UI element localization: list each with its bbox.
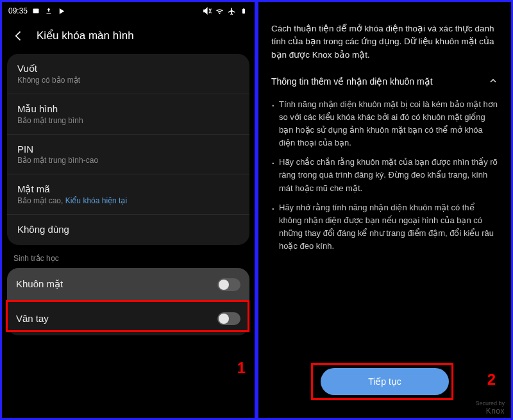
play-store-icon (57, 6, 66, 15)
intro-text: Cách thuận tiện để mở khóa điện thoại và… (271, 22, 498, 62)
lock-type-panel: Vuốt Không có bảo mật Mẫu hình Bảo mật t… (7, 54, 249, 245)
lock-option-pin[interactable]: PIN Bảo mật trung bình-cao (7, 135, 249, 174)
continue-wrap: Tiếp tục (258, 368, 511, 395)
option-title: Không dùng (17, 224, 239, 235)
step-number: 1 (237, 359, 246, 377)
wifi-icon (215, 6, 224, 15)
step-number: 2 (487, 371, 496, 389)
page-header: Kiểu khóa màn hình (2, 20, 255, 54)
option-title: Mật mã (17, 183, 239, 195)
info-bullets: Tính năng nhận diện khuôn mặt bị coi là … (271, 98, 498, 253)
status-time: 09:35 (8, 6, 28, 15)
status-bar: 09:35 (2, 2, 255, 20)
bullet-item: Tính năng nhận diện khuôn mặt bị coi là … (271, 98, 498, 150)
upload-icon (44, 6, 53, 15)
bullet-item: Hãy chắc chắn rằng khuôn mặt của bạn đượ… (271, 156, 498, 194)
biometric-face[interactable]: Khuôn mặt (7, 268, 249, 302)
option-sub: Bảo mật cao, Kiểu khóa hiện tại (17, 196, 239, 205)
option-title: Vân tay (16, 313, 49, 324)
svg-rect-0 (33, 9, 39, 13)
more-info-label: Thông tin thêm về nhận diện khuôn mặt (271, 76, 433, 87)
option-sub: Không có bảo mật (17, 76, 239, 85)
option-title: Khuôn mặt (16, 278, 63, 290)
fingerprint-toggle[interactable] (217, 312, 240, 325)
biometric-section-label: Sinh trắc học (2, 245, 255, 268)
option-title: PIN (17, 144, 239, 155)
more-info-toggle[interactable]: Thông tin thêm về nhận diện khuôn mặt (271, 76, 498, 88)
lock-option-pattern[interactable]: Mẫu hình Bảo mật trung bình (7, 94, 249, 135)
svg-rect-1 (242, 9, 245, 14)
lock-option-none[interactable]: Không dùng (7, 215, 249, 245)
mute-icon (203, 6, 212, 15)
chevron-up-icon (488, 76, 498, 88)
knox-badge: Secured by Knox (475, 401, 505, 416)
back-icon[interactable] (12, 29, 25, 42)
knox-label: Knox (475, 407, 505, 416)
svg-rect-2 (243, 8, 244, 9)
face-info-content: Cách thuận tiện để mở khóa điện thoại và… (258, 2, 511, 253)
lock-option-password[interactable]: Mật mã Bảo mật cao, Kiểu khóa hiện tại (7, 174, 249, 215)
screen-1-lock-types: 09:35 (0, 0, 256, 420)
face-toggle[interactable] (217, 278, 240, 291)
screen-2-face-info: Cách thuận tiện để mở khóa điện thoại và… (256, 0, 513, 420)
image-icon (31, 6, 40, 15)
battery-icon (239, 6, 248, 15)
option-sub: Bảo mật trung bình-cao (17, 156, 239, 165)
biometric-fingerprint[interactable]: Vân tay (7, 302, 249, 335)
biometric-panel: Khuôn mặt Vân tay (7, 268, 249, 335)
current-lock-label: Kiểu khóa hiện tại (65, 196, 127, 205)
page-title: Kiểu khóa màn hình (37, 29, 134, 42)
option-title: Vuốt (17, 63, 239, 74)
airplane-icon (227, 6, 236, 15)
continue-button[interactable]: Tiếp tục (321, 368, 449, 395)
bullet-item: Hãy nhớ rằng tính năng nhận diện khuôn m… (271, 201, 498, 253)
option-title: Mẫu hình (17, 103, 239, 115)
lock-option-swipe[interactable]: Vuốt Không có bảo mật (7, 54, 249, 94)
option-sub: Bảo mật trung bình (17, 116, 239, 125)
